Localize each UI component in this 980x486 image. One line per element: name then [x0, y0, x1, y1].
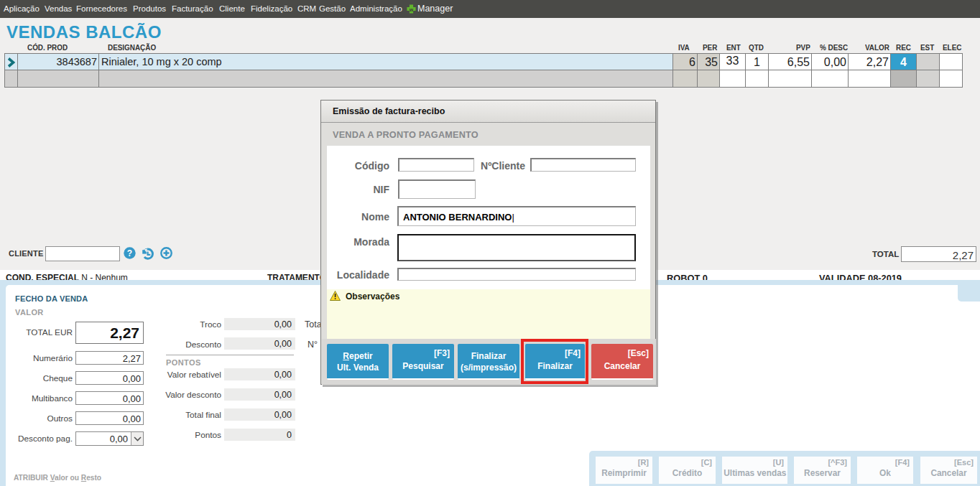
svg-text:w: w — [409, 7, 414, 12]
svg-text:?: ? — [127, 248, 132, 258]
